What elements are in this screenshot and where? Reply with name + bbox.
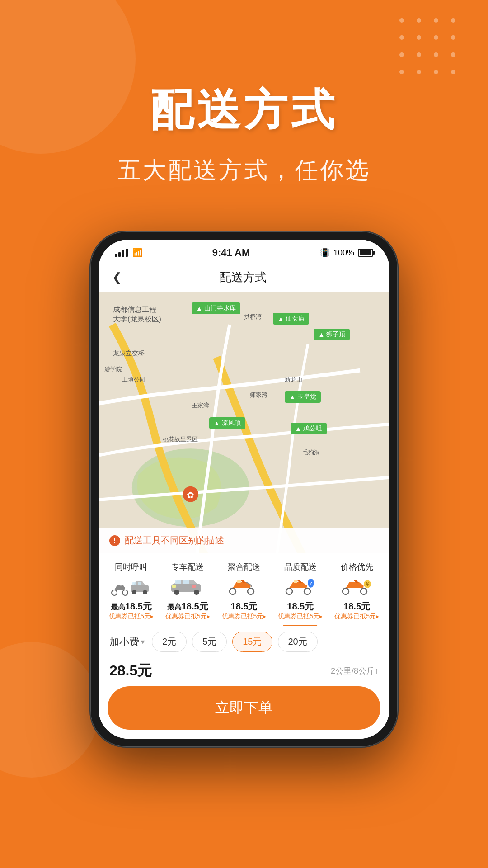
phone-inner: 📶 9:41 AM 📳 100% ❮ 配送方式 <box>99 240 389 739</box>
extra-fee-label: 加小费 ▾ <box>109 635 145 649</box>
warning-icon: ! <box>109 535 120 546</box>
hero-subtitle: 五大配送方式，任你选 <box>117 155 371 186</box>
svg-rect-15 <box>183 580 189 584</box>
svg-rect-23 <box>294 580 297 583</box>
svg-text:✿: ✿ <box>187 490 194 500</box>
map-area: ✿ 成都信息工程大学(龙泉校区) 龙泉立交桥 游学院 王家湾 工填公园 桃花故里… <box>99 292 389 553</box>
signal-bars <box>115 249 128 257</box>
svg-point-25 <box>343 588 349 594</box>
status-right: 📳 100% <box>320 248 373 258</box>
svg-point-19 <box>248 588 254 594</box>
svg-point-7 <box>132 590 136 594</box>
order-button[interactable]: 立即下单 <box>108 686 380 730</box>
delivery-tab-1[interactable]: 同时呼叫 <box>103 561 160 626</box>
svg-point-22 <box>304 588 310 594</box>
nav-title: 配送方式 <box>131 269 355 285</box>
svg-rect-20 <box>237 580 241 583</box>
svg-rect-14 <box>175 580 181 584</box>
fee-2[interactable]: 2元 <box>152 632 187 652</box>
fee-15[interactable]: 15元 <box>232 632 272 652</box>
warning-text: 配送工具不同区别的描述 <box>125 534 224 547</box>
battery-text: 100% <box>333 248 354 258</box>
delivery-tab-2[interactable]: 专车配送 <box>160 561 216 626</box>
svg-point-18 <box>230 588 236 594</box>
battery-fill <box>360 250 371 255</box>
map-svg: ✿ <box>99 292 389 553</box>
svg-rect-9 <box>132 582 136 585</box>
delivery-panel: 同时呼叫 <box>99 553 389 739</box>
delivery-tab-5[interactable]: 价格优先 ¥ <box>328 561 385 626</box>
svg-rect-17 <box>172 585 176 588</box>
svg-text:✓: ✓ <box>309 581 313 586</box>
back-button[interactable]: ❮ <box>112 270 122 284</box>
fee-5[interactable]: 5元 <box>192 632 227 652</box>
extra-fee-row: 加小费 ▾ 2元 5元 15元 20元 <box>99 626 389 657</box>
svg-point-26 <box>361 588 367 594</box>
total-price: 28.5元 <box>109 661 152 681</box>
delivery-tabs: 同时呼叫 <box>99 553 389 626</box>
map-warning: ! 配送工具不同区别的描述 <box>99 528 389 553</box>
svg-point-4 <box>112 590 117 595</box>
svg-point-12 <box>174 590 179 595</box>
fee-20[interactable]: 20元 <box>278 632 318 652</box>
total-row: 28.5元 2公里/8公斤↑ <box>99 657 389 686</box>
svg-point-13 <box>194 590 199 595</box>
hero-title: 配送方式 <box>150 81 338 140</box>
svg-rect-16 <box>192 585 196 588</box>
wifi-icon: 📶 <box>132 248 142 258</box>
status-left: 📶 <box>115 248 142 258</box>
svg-point-8 <box>143 590 147 594</box>
svg-rect-10 <box>138 582 141 585</box>
bluetooth-icon: 📳 <box>320 248 330 258</box>
svg-text:¥: ¥ <box>366 581 369 587</box>
delivery-tab-4[interactable]: 品质配送 ✓ <box>272 561 328 626</box>
svg-point-5 <box>122 590 128 595</box>
status-bar: 📶 9:41 AM 📳 100% <box>99 240 389 263</box>
delivery-tab-3[interactable]: 聚合配送 18. <box>216 561 272 626</box>
svg-point-21 <box>286 588 292 594</box>
extra-fee-options: 2元 5元 15元 20元 <box>152 632 318 652</box>
phone-outer: 📶 9:41 AM 📳 100% ❮ 配送方式 <box>90 231 398 747</box>
total-info: 2公里/8公斤↑ <box>331 665 379 676</box>
battery-icon <box>358 249 373 257</box>
status-time: 9:41 AM <box>212 247 250 259</box>
phone-mockup: 📶 9:41 AM 📳 100% ❮ 配送方式 <box>90 231 398 747</box>
nav-bar: ❮ 配送方式 <box>99 263 389 292</box>
